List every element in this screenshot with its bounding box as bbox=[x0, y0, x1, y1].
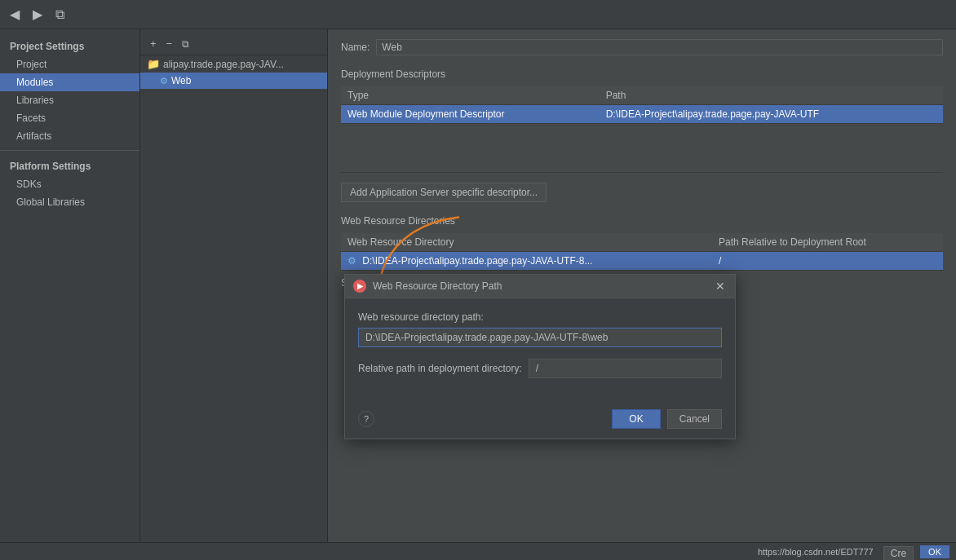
sidebar-item-artifacts[interactable]: Artifacts bbox=[0, 127, 139, 145]
table-row-empty bbox=[341, 124, 943, 173]
dialog-cancel-button[interactable]: Cancel bbox=[667, 409, 722, 429]
dialog-action-buttons: OK Cancel bbox=[612, 409, 722, 429]
relative-path-input[interactable] bbox=[529, 359, 722, 378]
top-toolbar: ◀ ▶ ⧉ bbox=[0, 0, 956, 29]
web-resource-path-input[interactable] bbox=[358, 328, 722, 347]
dialog-titlebar: ▶ Web Resource Directory Path ✕ bbox=[345, 275, 735, 298]
sidebar: Project Settings Project Modules Librari… bbox=[0, 29, 140, 560]
dialog-footer: ? OK Cancel bbox=[345, 403, 735, 439]
copy-module-button[interactable]: ⧉ bbox=[179, 36, 193, 51]
table-row[interactable]: Web Module Deployment Descriptor D:\IDEA… bbox=[341, 105, 943, 124]
dialog-title-icon: ▶ bbox=[353, 280, 366, 293]
web-module-icon: ⚙ bbox=[160, 76, 168, 86]
wr-dir-icon: ⚙ bbox=[347, 255, 356, 267]
sidebar-item-facets[interactable]: Facets bbox=[0, 109, 139, 127]
status-ok-button[interactable]: OK bbox=[920, 545, 949, 558]
sidebar-item-libraries[interactable]: Libraries bbox=[0, 91, 139, 109]
deployment-descriptors-title: Deployment Descriptors bbox=[341, 68, 943, 80]
web-resource-label: Web resource directory path: bbox=[358, 311, 722, 323]
module-tree-alipay[interactable]: 📁 alipay.trade.page.pay-JAV... bbox=[140, 55, 327, 73]
dialog-help-button[interactable]: ? bbox=[358, 411, 374, 427]
main-layout: Project Settings Project Modules Librari… bbox=[0, 29, 956, 560]
module-tree-web[interactable]: ⚙ Web bbox=[140, 73, 327, 89]
add-module-button[interactable]: + bbox=[147, 36, 160, 51]
relative-path-label: Relative path in deployment directory: bbox=[358, 363, 522, 374]
web-resource-table: Web Resource Directory Path Relative to … bbox=[341, 233, 943, 271]
name-row: Name: bbox=[341, 39, 943, 55]
platform-settings-title: Platform Settings bbox=[0, 156, 139, 175]
status-bar: https://blog.csdn.net/EDT777 Cre OK bbox=[0, 542, 956, 560]
copy-button[interactable]: ⧉ bbox=[52, 6, 68, 24]
table-row[interactable]: ⚙ D:\IDEA-Project\alipay.trade.page.pay-… bbox=[341, 252, 943, 271]
dd-path-cell: D:\IDEA-Project\alipay.trade.page.pay-JA… bbox=[600, 105, 943, 124]
forward-button[interactable]: ▶ bbox=[29, 5, 46, 24]
folder-icon: 📁 bbox=[147, 58, 160, 70]
sidebar-item-sdks[interactable]: SDKs bbox=[0, 175, 139, 193]
wr-col-rel: Path Relative to Deployment Root bbox=[712, 233, 943, 252]
status-url: https://blog.csdn.net/EDT777 bbox=[758, 547, 874, 557]
wr-rel-cell: / bbox=[712, 252, 943, 271]
web-resource-dialog: ▶ Web Resource Directory Path ✕ Web reso… bbox=[344, 274, 736, 439]
dialog-ok-button[interactable]: OK bbox=[612, 409, 660, 429]
sidebar-item-global-libraries[interactable]: Global Libraries bbox=[0, 193, 139, 211]
back-button[interactable]: ◀ bbox=[7, 5, 23, 24]
dialog-close-button[interactable]: ✕ bbox=[714, 280, 727, 293]
dd-type-cell: Web Module Deployment Descriptor bbox=[341, 105, 600, 124]
module-tree: + − ⧉ 📁 alipay.trade.page.pay-JAV... ⚙ W… bbox=[140, 29, 328, 560]
name-label: Name: bbox=[341, 42, 370, 53]
sidebar-divider bbox=[0, 150, 139, 151]
wr-dir-cell: ⚙ D:\IDEA-Project\alipay.trade.page.pay-… bbox=[341, 252, 712, 271]
content-split: + − ⧉ 📁 alipay.trade.page.pay-JAV... ⚙ W… bbox=[140, 29, 956, 560]
deployment-descriptors-table: Type Path Web Module Deployment Descript… bbox=[341, 86, 943, 173]
dd-col-path: Path bbox=[600, 86, 943, 105]
dd-col-type: Type bbox=[341, 86, 600, 105]
project-settings-title: Project Settings bbox=[0, 36, 139, 55]
dialog-title-text: Web Resource Directory Path bbox=[373, 280, 707, 292]
web-resource-title: Web Resource Directories bbox=[341, 215, 943, 227]
dialog-body: Web resource directory path: Relative pa… bbox=[345, 298, 735, 403]
module-name-input[interactable] bbox=[376, 39, 943, 55]
relative-path-row: Relative path in deployment directory: bbox=[358, 359, 722, 378]
sidebar-item-project[interactable]: Project bbox=[0, 55, 139, 73]
create-button[interactable]: Cre bbox=[883, 546, 914, 561]
wr-col-dir: Web Resource Directory bbox=[341, 233, 712, 252]
sidebar-item-modules[interactable]: Modules bbox=[0, 73, 139, 91]
remove-module-button[interactable]: − bbox=[163, 36, 176, 51]
add-descriptor-button[interactable]: Add Application Server specific descript… bbox=[341, 183, 547, 202]
